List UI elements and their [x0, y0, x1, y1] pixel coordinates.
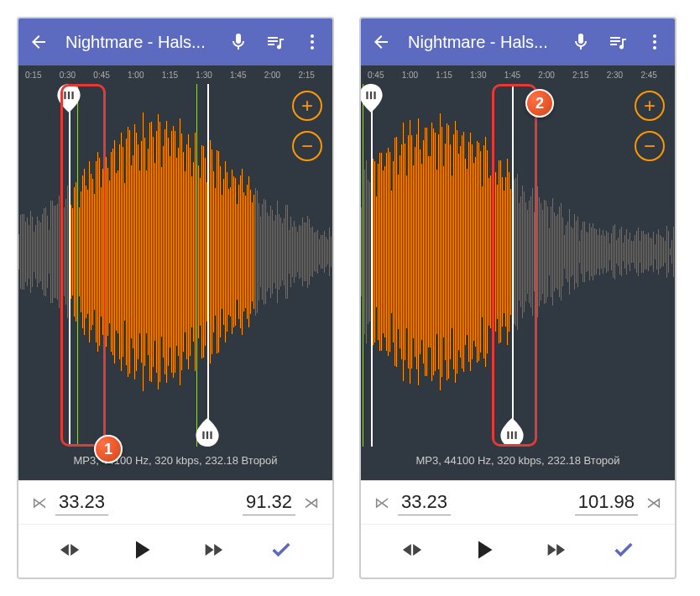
waveform-area[interactable]: 0:15 0:30 0:45 1:00 1:15 1:30 1:45 2:00 …: [18, 65, 332, 480]
svg-rect-7: [206, 431, 208, 439]
selection-start-handle[interactable]: [361, 84, 383, 112]
waveform-canvas: [18, 84, 332, 447]
zoom-in-button[interactable]: +: [635, 91, 665, 121]
svg-rect-3: [64, 91, 65, 99]
end-time-input[interactable]: 91.32: [243, 489, 295, 515]
svg-point-1: [311, 40, 314, 44]
zoom-controls: + −: [292, 91, 322, 161]
jump-start-icon[interactable]: ⋉: [374, 494, 389, 512]
app-title: Nightmare - Hals...: [408, 33, 554, 52]
confirm-button[interactable]: [612, 538, 635, 565]
time-ruler: 0:45 1:00 1:15 1:30 1:45 2:00 2:15 2:30 …: [361, 65, 675, 84]
jump-start-icon[interactable]: ⋉: [32, 494, 47, 512]
selection-end-line: [512, 84, 514, 447]
start-time-input[interactable]: 33.23: [398, 489, 451, 515]
audio-info-text: MP3, 44100 Hz, 320 kbps, 232.18 Второй: [415, 454, 619, 467]
selection-end-handle[interactable]: [500, 418, 524, 447]
svg-rect-12: [366, 91, 368, 99]
svg-rect-8: [210, 431, 212, 439]
waveform-area[interactable]: 0:45 1:00 1:15 1:30 1:45 2:00 2:15 2:30 …: [361, 65, 675, 480]
start-time-input[interactable]: 33.23: [55, 489, 108, 515]
playhead-line: [77, 84, 78, 447]
svg-point-0: [311, 34, 314, 38]
svg-point-11: [653, 46, 656, 50]
zoom-in-button[interactable]: +: [292, 91, 322, 121]
waveform-canvas: [361, 84, 675, 447]
start-time-group: ⋉ 33.23: [32, 489, 108, 515]
svg-rect-4: [68, 91, 70, 99]
svg-rect-14: [374, 91, 375, 99]
mic-icon[interactable]: [228, 32, 248, 52]
callout-badge: 2: [525, 89, 554, 118]
jump-end-icon[interactable]: ⋊: [304, 494, 319, 512]
time-controls: ⋉ 33.23 91.32 ⋊: [18, 480, 332, 524]
play-button[interactable]: [468, 535, 499, 568]
back-icon[interactable]: [29, 32, 49, 52]
zoom-controls: + −: [635, 91, 665, 161]
back-icon[interactable]: [371, 32, 391, 52]
start-time-group: ⋉ 33.23: [374, 489, 451, 515]
playback-controls: [361, 524, 675, 578]
selection-start-line: [371, 84, 373, 447]
playlist-icon[interactable]: [608, 32, 628, 52]
time-controls: ⋉ 33.23 101.98 ⋊: [361, 480, 675, 524]
playback-controls: [18, 524, 332, 578]
zoom-out-button[interactable]: −: [635, 131, 665, 161]
app-toolbar: Nightmare - Hals...: [18, 18, 332, 65]
end-time-input[interactable]: 101.98: [575, 489, 638, 515]
selection-end-handle[interactable]: [196, 418, 219, 447]
svg-rect-6: [202, 431, 204, 439]
jump-end-icon[interactable]: ⋊: [646, 494, 661, 512]
selection-end-line: [207, 84, 209, 447]
mic-icon[interactable]: [571, 32, 591, 52]
zoom-out-button[interactable]: −: [292, 131, 322, 161]
svg-rect-13: [370, 91, 372, 99]
callout-badge: 1: [94, 435, 123, 463]
svg-rect-15: [507, 431, 509, 439]
rewind-button[interactable]: [400, 538, 424, 565]
confirm-button[interactable]: [269, 538, 293, 565]
app-toolbar: Nightmare - Hals...: [361, 18, 675, 65]
svg-point-10: [653, 40, 656, 44]
end-time-group: 101.98 ⋊: [575, 489, 661, 515]
more-icon[interactable]: [645, 32, 665, 52]
svg-rect-5: [71, 91, 73, 99]
playhead-line: [196, 84, 197, 447]
playhead-line: [363, 84, 363, 447]
rewind-button[interactable]: [58, 538, 81, 565]
time-ruler: 0:15 0:30 0:45 1:00 1:15 1:30 1:45 2:00 …: [18, 65, 332, 84]
play-button[interactable]: [126, 535, 156, 568]
svg-rect-16: [511, 431, 513, 439]
forward-button[interactable]: [544, 538, 567, 565]
app-title: Nightmare - Hals...: [65, 33, 212, 52]
selection-start-line: [69, 84, 71, 447]
selection-start-handle[interactable]: [57, 84, 81, 112]
svg-point-2: [311, 46, 314, 50]
playlist-icon[interactable]: [265, 32, 285, 52]
more-icon[interactable]: [302, 32, 322, 52]
end-time-group: 91.32 ⋊: [243, 489, 319, 515]
svg-point-9: [653, 34, 656, 38]
forward-button[interactable]: [201, 538, 225, 565]
svg-rect-17: [515, 431, 516, 439]
